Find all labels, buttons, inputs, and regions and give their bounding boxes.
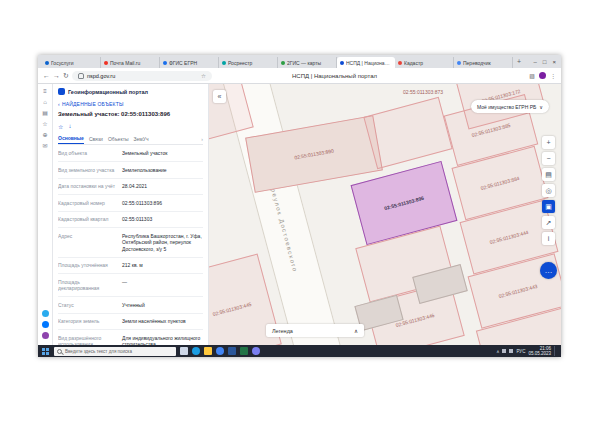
menu-icon[interactable]: ≡ [43, 88, 47, 94]
collapse-panel-button[interactable]: « [213, 90, 226, 103]
mail-icon[interactable]: ✉ [42, 143, 47, 149]
field-row: Кадастровый квартал02:55:011303 [58, 212, 203, 229]
download-icon[interactable]: ↓ [68, 123, 71, 130]
favorite-icon[interactable]: ☆ [58, 123, 63, 130]
portal-header: Геоинформационный портал [58, 88, 203, 95]
field-row: СтатусУчтенный [58, 297, 203, 314]
browser-tab[interactable]: 2ГИС — карты [278, 57, 337, 68]
excel-icon[interactable] [240, 347, 248, 355]
language-indicator[interactable]: РУС [516, 349, 525, 354]
window-controls: – □ × [534, 59, 561, 65]
back-link[interactable]: ‹ НАЙДЕННЫЕ ОБЪЕКТЫ [58, 101, 203, 107]
tab-Связи[interactable]: Связи [89, 136, 103, 144]
field-label: Кадастровый номер [58, 200, 122, 207]
telegram-icon[interactable] [42, 310, 49, 317]
field-value: Земли населённых пунктов [122, 318, 203, 325]
profile-avatar[interactable] [539, 72, 546, 79]
browser-tab[interactable]: Почта Mail.ru [101, 57, 160, 68]
locate-button[interactable]: ◎ [542, 184, 555, 197]
field-row: Категория земельЗемли населённых пунктов [58, 314, 203, 331]
info-button[interactable]: i [542, 232, 555, 245]
reload-icon[interactable]: ↻ [63, 72, 69, 80]
zoom-in-button[interactable]: + [542, 136, 555, 149]
parcel-number-label: 02:55:011303:873 [403, 89, 443, 95]
field-label: Площадь декларированная [58, 279, 122, 292]
back-icon[interactable]: ← [43, 72, 50, 79]
browser-menu-icon[interactable]: ⋮ [550, 72, 556, 79]
forward-icon[interactable]: → [53, 72, 60, 79]
field-row: Площадь уточнённая212 кв. м [58, 258, 203, 275]
search-icon [57, 349, 62, 354]
field-row: Вид земельного участкаЗемлепользование [58, 162, 203, 179]
chat-button[interactable]: … [540, 262, 557, 279]
field-label: Площадь уточнённая [58, 262, 122, 269]
legend-bar[interactable]: Легенда ∧ [266, 324, 364, 337]
close-button[interactable]: × [552, 59, 556, 65]
basemap-selector[interactable]: Моё имущество ЕГРН РБ ∨ [471, 100, 549, 113]
task-view-icon[interactable] [180, 347, 188, 355]
field-label: Вид земельного участка [58, 167, 122, 174]
extensions-icon[interactable]: ▨ [529, 72, 535, 79]
tab-Объекты[interactable]: Объекты [108, 136, 129, 144]
layers-icon[interactable]: ▤ [42, 110, 48, 116]
maximize-button[interactable]: □ [543, 59, 547, 65]
browser-tab[interactable]: Госуслуги [42, 57, 101, 68]
browser-tab[interactable]: Росреестр [219, 57, 278, 68]
start-button[interactable] [41, 347, 50, 356]
word-icon[interactable] [228, 347, 236, 355]
vk-icon[interactable] [42, 321, 49, 328]
field-value: Республика Башкортостан, г. Уфа, Октябрь… [122, 233, 203, 253]
field-value: 02:55:011303:896 [122, 200, 203, 207]
tab-title: НСПД | Национа… [346, 60, 392, 66]
field-row: Вид разрешённого использованияДля индиви… [58, 330, 203, 345]
show-desktop-button[interactable] [554, 346, 557, 356]
field-value: 28.04.2021 [122, 183, 203, 190]
measure-button[interactable]: ↗ [542, 216, 555, 229]
tab-title: Госуслуги [51, 60, 97, 66]
tab-ЗемУч[interactable]: ЗемУч [134, 136, 149, 144]
layers-button[interactable]: ▤ [542, 168, 555, 181]
parcel-number-label: 02:55:011303:896 [383, 195, 424, 211]
store-icon[interactable] [252, 347, 260, 355]
explorer-icon[interactable] [204, 347, 212, 355]
search-placeholder: Введите здесь текст для поиска [65, 349, 132, 354]
select-tool-button[interactable]: ▣ [542, 200, 555, 213]
browser-tab[interactable]: НСПД | Национа… [337, 57, 395, 68]
edge-icon[interactable] [192, 347, 200, 355]
taskbar-clock[interactable]: 21:06 05.05.2023 [528, 346, 551, 356]
tab-title: 2ГИС — карты [287, 60, 333, 66]
browser-tab[interactable]: Переводчик [454, 57, 513, 68]
object-panel: Геоинформационный портал ‹ НАЙДЕННЫЕ ОБЪ… [53, 84, 209, 345]
field-value: 02:55:011303 [122, 216, 203, 223]
tab-strip: ГосуслугиПочта Mail.ruФГИС ЕГРНРосреестр… [38, 55, 561, 68]
address-bar[interactable]: nspd.gov.ru ☆ [72, 71, 212, 81]
minimize-button[interactable]: – [534, 59, 537, 65]
zoom-out-button[interactable]: − [542, 152, 555, 165]
chrome-icon[interactable] [216, 347, 224, 355]
parcel-number-label: 02:55:011303:444 [489, 229, 529, 245]
bookmark-star-icon[interactable]: ☆ [201, 73, 206, 79]
tray-chevron-icon[interactable]: ∧ [496, 349, 499, 354]
parcel-number-label: 02:55:011303:890 [294, 148, 334, 161]
field-label: Вид разрешённого использования [58, 335, 122, 345]
tab-favicon [222, 61, 226, 65]
taskbar-search[interactable]: Введите здесь текст для поиска [54, 347, 176, 356]
map[interactable]: переулок Достоевского 02:55:011303:89002… [209, 84, 561, 345]
network-icon[interactable] [502, 349, 506, 353]
add-icon[interactable]: ⊕ [42, 132, 47, 138]
field-value: Земельный участок [122, 150, 203, 157]
volume-icon[interactable] [509, 349, 513, 353]
map-parcel[interactable] [363, 97, 452, 169]
field-value: — [122, 279, 203, 292]
browser-tab[interactable]: Кадастр [395, 57, 454, 68]
app-icon[interactable] [42, 332, 49, 339]
tab-favicon [340, 61, 344, 65]
back-chevron-icon: ‹ [58, 101, 60, 107]
tabs-overflow-icon[interactable]: › [201, 136, 203, 144]
home-icon[interactable]: ⌂ [43, 99, 47, 105]
favorites-icon[interactable]: ☆ [42, 121, 47, 127]
tab-Основные[interactable]: Основные [58, 135, 84, 144]
browser-tab[interactable]: ФГИС ЕГРН [160, 57, 219, 68]
tab-favicon [163, 61, 167, 65]
new-tab-button[interactable]: + [513, 58, 525, 65]
